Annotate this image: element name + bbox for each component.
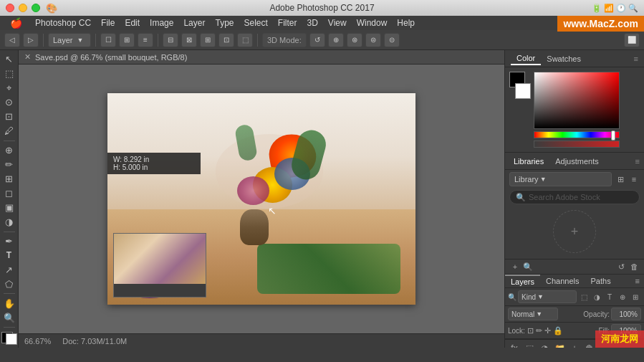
alpha-slider[interactable] [534, 140, 620, 148]
add-fx-button[interactable]: fx [508, 342, 521, 348]
toolbar-forward-button[interactable]: ▷ [23, 33, 39, 47]
tool-shapes[interactable]: ⬠ [1, 277, 17, 290]
filter-type-icon[interactable]: T [604, 291, 615, 303]
tool-healing[interactable]: ⊕ [1, 144, 17, 157]
tool-marquee[interactable]: ⬚ [1, 67, 17, 80]
menu-view[interactable]: View [324, 16, 351, 29]
channels-tab[interactable]: Channels [540, 275, 585, 287]
toolbar-btn4[interactable]: ⊟ [163, 33, 178, 47]
layer-dropdown[interactable]: Layer ▼ [48, 33, 91, 47]
canvas[interactable]: W: 8.292 in H: 5.000 in ↖ [107, 93, 415, 305]
foreground-color[interactable] [1, 332, 17, 345]
menu-image[interactable]: Image [145, 16, 178, 29]
color-tab[interactable]: Color [511, 52, 541, 65]
zoom-level: 66.67% [24, 337, 51, 346]
add-mask-button[interactable]: ⬚ [523, 342, 536, 348]
menu-layer[interactable]: Layer [179, 16, 209, 29]
lock-all-icon[interactable]: 🔒 [553, 326, 563, 335]
fill-input[interactable]: 100% [611, 324, 641, 337]
layers-tab[interactable]: Layers [505, 275, 540, 287]
paths-tab[interactable]: Paths [585, 275, 617, 287]
background-swatch[interactable] [515, 83, 531, 99]
tool-crop[interactable]: ⊡ [1, 110, 17, 123]
library-sync-icon[interactable]: ↺ [615, 261, 627, 272]
layers-panel-options[interactable]: ≡ [631, 277, 644, 285]
3d-dolly-btn[interactable]: ⊛ [347, 33, 362, 47]
toolbar-back-button[interactable]: ◁ [4, 33, 20, 47]
apple-menu[interactable]: 🍎 [6, 16, 27, 30]
tool-clone[interactable]: ⊞ [1, 173, 17, 186]
screen-mode-btn[interactable]: ⬜ [624, 33, 640, 47]
toolbar-btn6[interactable]: ⊞ [200, 33, 216, 47]
tool-text[interactable]: T [1, 249, 17, 262]
document-tab[interactable]: ✕ Save.psd @ 66.7% (small bouquet, RGB/8… [19, 50, 504, 65]
menu-edit[interactable]: Edit [120, 16, 144, 29]
library-search-bottom-icon[interactable]: 🔍 [522, 261, 534, 272]
tool-gradient[interactable]: ▣ [1, 201, 17, 214]
toolbar-btn7[interactable]: ⊡ [218, 33, 234, 47]
add-group-button[interactable]: 📁 [553, 342, 566, 348]
filter-type-dropdown[interactable]: Kind ▼ [518, 290, 577, 303]
doc-close-button[interactable]: ✕ [24, 52, 31, 62]
menu-3d[interactable]: 3D [303, 16, 322, 29]
canvas-wrapper[interactable]: W: 8.292 in H: 5.000 in ↖ [19, 65, 504, 333]
library-grid-view[interactable]: ⊞ [615, 173, 626, 185]
toolbar-btn5[interactable]: ⊠ [181, 33, 197, 47]
lock-position-icon[interactable]: ✛ [544, 326, 551, 335]
toolbar-btn8[interactable]: ⬚ [237, 33, 253, 47]
close-button[interactable] [6, 4, 14, 12]
library-delete-icon[interactable]: 🗑 [628, 261, 640, 272]
menu-window[interactable]: Window [352, 16, 392, 29]
filter-pixel-icon[interactable]: ⬚ [578, 291, 590, 303]
tool-dodge[interactable]: ◑ [1, 216, 17, 229]
3d-pan-btn[interactable]: ⊕ [328, 33, 344, 47]
tool-pen[interactable]: ✒ [1, 234, 17, 247]
tool-quick-select[interactable]: ⊙ [1, 96, 17, 109]
saturation-value-picker[interactable] [534, 72, 619, 128]
3d-scale-btn[interactable]: ⊝ [384, 33, 400, 47]
toolbar-align[interactable]: ≡ [138, 33, 153, 47]
3d-slide-btn[interactable]: ⊜ [365, 33, 381, 47]
tool-hand[interactable]: ✋ [1, 297, 17, 310]
library-dropdown[interactable]: Library ▼ [509, 172, 612, 186]
menu-type[interactable]: Type [211, 16, 238, 29]
libraries-tab[interactable]: Libraries [509, 156, 548, 167]
color-panel-options[interactable]: ≡ [634, 54, 638, 63]
tool-brush[interactable]: ✏ [1, 158, 17, 171]
toolbar-show-transform[interactable]: ⊞ [119, 33, 135, 47]
lock-image-icon[interactable]: ✏ [536, 326, 542, 335]
library-add-icon[interactable]: + [509, 261, 521, 272]
library-list-view[interactable]: ≡ [628, 173, 640, 185]
add-layer-button[interactable]: + [568, 342, 581, 348]
filter-smartobject-icon[interactable]: ⊞ [630, 291, 641, 303]
minimize-button[interactable] [19, 4, 27, 12]
add-adjustment-button[interactable]: ◑ [538, 342, 551, 348]
tool-eyedropper[interactable]: 🖊 [1, 125, 17, 138]
menu-filter[interactable]: Filter [274, 16, 302, 29]
tool-eraser[interactable]: ◻ [1, 187, 17, 200]
adjustments-tab[interactable]: Adjustments [551, 156, 603, 167]
hue-thumb[interactable] [611, 130, 615, 140]
hue-slider[interactable] [534, 131, 620, 138]
filter-adjustment-icon[interactable]: ◑ [591, 291, 602, 303]
tool-lasso[interactable]: ⌖ [1, 82, 17, 95]
libraries-options[interactable]: ≡ [635, 157, 640, 166]
blend-mode-dropdown[interactable]: Normal ▼ [508, 308, 558, 320]
swatches-tab[interactable]: Swatches [541, 53, 587, 65]
tool-move[interactable]: ↖ [1, 53, 17, 66]
delete-layer-button[interactable]: 🗑 [583, 342, 596, 348]
color-picker-gradient[interactable] [534, 72, 620, 129]
menu-file[interactable]: File [97, 16, 119, 29]
filter-shape-icon[interactable]: ⊕ [617, 291, 628, 303]
lock-transparent-icon[interactable]: ⊡ [527, 326, 534, 335]
library-search[interactable]: 🔍 Search Adobe Stock [509, 190, 640, 204]
menu-photoshop[interactable]: Photoshop CC [31, 16, 95, 29]
menu-help[interactable]: Help [393, 16, 419, 29]
toolbar-auto-select[interactable]: ☐ [100, 33, 116, 47]
maximize-button[interactable] [32, 4, 40, 12]
menu-select[interactable]: Select [239, 16, 271, 29]
tool-path-select[interactable]: ↗ [1, 263, 17, 276]
3d-rotate-btn[interactable]: ↺ [309, 33, 325, 47]
opacity-input[interactable]: 100% [611, 308, 641, 320]
tool-zoom[interactable]: 🔍 [1, 311, 17, 324]
